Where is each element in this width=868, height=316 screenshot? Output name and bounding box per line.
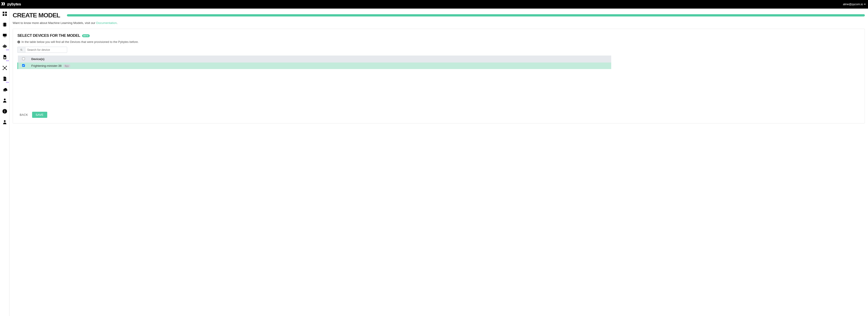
subtext-suffix: . <box>117 21 118 25</box>
svg-point-30 <box>4 110 5 110</box>
svg-rect-14 <box>4 37 6 37</box>
card-footer: BACK SAVE <box>18 106 860 118</box>
subtext-prefix: Want to know more about Machine Learning… <box>13 21 96 25</box>
sidebar-item-dashboard[interactable] <box>2 12 7 17</box>
svg-point-17 <box>5 46 6 47</box>
svg-rect-12 <box>6 26 6 26</box>
svg-rect-9 <box>6 23 6 24</box>
svg-rect-15 <box>3 45 6 47</box>
sidebar-item-info[interactable] <box>2 109 7 114</box>
new-badge: NEW <box>6 49 9 50</box>
new-badge: NEW <box>6 60 9 61</box>
info-text: In the table below you will find all the… <box>22 40 138 43</box>
brand-logo[interactable]: pybytes <box>1 2 21 6</box>
sidebar-item-provisioning[interactable] <box>2 33 7 38</box>
sidebar-item-profile[interactable] <box>2 120 7 125</box>
sidebar-item-ml-models[interactable]: NEW <box>2 44 7 49</box>
documentation-link[interactable]: Documentation <box>96 21 117 25</box>
user-menu[interactable]: aline@pycom.io <box>843 3 866 6</box>
progress-fill <box>67 14 865 16</box>
svg-rect-18 <box>4 44 5 45</box>
logo-icon <box>1 2 6 6</box>
svg-point-31 <box>4 120 5 122</box>
info-line: i In the table below you will find all t… <box>18 40 860 43</box>
sidebar-item-devices[interactable] <box>2 23 7 28</box>
save-button[interactable]: SAVE <box>32 112 47 118</box>
page-subtext: Want to know more about Machine Learning… <box>13 21 865 25</box>
device-name: Frightening-minister-38 <box>31 64 62 68</box>
sidebar-item-code[interactable]: NEW <box>2 77 7 82</box>
sidebar-item-integrations[interactable] <box>2 66 7 71</box>
select-all-header <box>18 56 29 63</box>
svg-point-32 <box>21 49 22 50</box>
sidebar-item-users[interactable] <box>2 98 7 103</box>
search-icon <box>18 47 25 53</box>
svg-rect-20 <box>6 46 7 47</box>
brand-name: pybytes <box>7 2 21 6</box>
svg-rect-7 <box>3 25 3 25</box>
cloud-rain-icon <box>2 87 7 93</box>
svg-rect-2 <box>2 14 4 16</box>
device-column-header: Device(s) <box>29 56 611 63</box>
monitor-icon <box>2 33 7 39</box>
svg-rect-11 <box>6 25 6 25</box>
device-type-badge: fipy <box>63 64 70 68</box>
svg-rect-13 <box>3 34 6 36</box>
user-email: aline@pycom.io <box>843 3 863 6</box>
chevron-down-icon <box>864 4 866 5</box>
code-file-icon <box>2 76 7 82</box>
chip-icon <box>2 22 7 28</box>
new-badge: NEW <box>6 82 9 83</box>
svg-point-16 <box>4 46 4 47</box>
sidebar-item-releases[interactable] <box>2 87 7 93</box>
svg-rect-8 <box>3 26 3 26</box>
network-icon <box>2 66 7 71</box>
grid-icon <box>2 11 7 17</box>
beta-badge: BETA <box>82 34 90 37</box>
devices-table: Device(s) Frightening-minister-38 fipy <box>18 56 612 69</box>
sidebar: NEW NEW NEW <box>0 8 9 316</box>
svg-rect-4 <box>3 23 6 27</box>
row-checkbox[interactable] <box>22 64 25 67</box>
section-title: Select Devices for the Model <box>18 33 80 38</box>
progress-bar <box>67 14 865 16</box>
robot-icon <box>2 44 7 50</box>
main-content: Create Model Want to know more about Mac… <box>9 8 868 316</box>
info-icon <box>2 109 7 115</box>
table-row[interactable]: Frightening-minister-38 fipy <box>18 63 611 69</box>
user-icon <box>2 119 7 126</box>
user-icon <box>2 98 7 104</box>
devices-card: Select Devices for the Model BETA i In t… <box>13 29 865 124</box>
topbar: pybytes aline@pycom.io <box>0 0 868 8</box>
svg-rect-1 <box>5 12 6 13</box>
svg-rect-10 <box>6 24 6 24</box>
page-header: Create Model <box>13 12 865 19</box>
svg-rect-29 <box>4 111 5 112</box>
sidebar-item-sim-cards[interactable]: NEW <box>2 55 7 60</box>
svg-rect-19 <box>2 46 3 47</box>
sim-icon <box>2 55 7 61</box>
svg-rect-21 <box>4 57 5 59</box>
svg-rect-5 <box>3 23 3 24</box>
search-wrap <box>18 47 67 53</box>
svg-point-27 <box>4 99 5 100</box>
select-all-checkbox[interactable] <box>22 57 25 60</box>
svg-rect-0 <box>2 12 4 13</box>
svg-rect-6 <box>3 24 3 24</box>
back-button[interactable]: BACK <box>20 113 28 116</box>
info-icon: i <box>18 41 20 43</box>
page-title: Create Model <box>13 12 60 19</box>
svg-rect-3 <box>5 14 6 16</box>
search-input[interactable] <box>25 47 67 53</box>
